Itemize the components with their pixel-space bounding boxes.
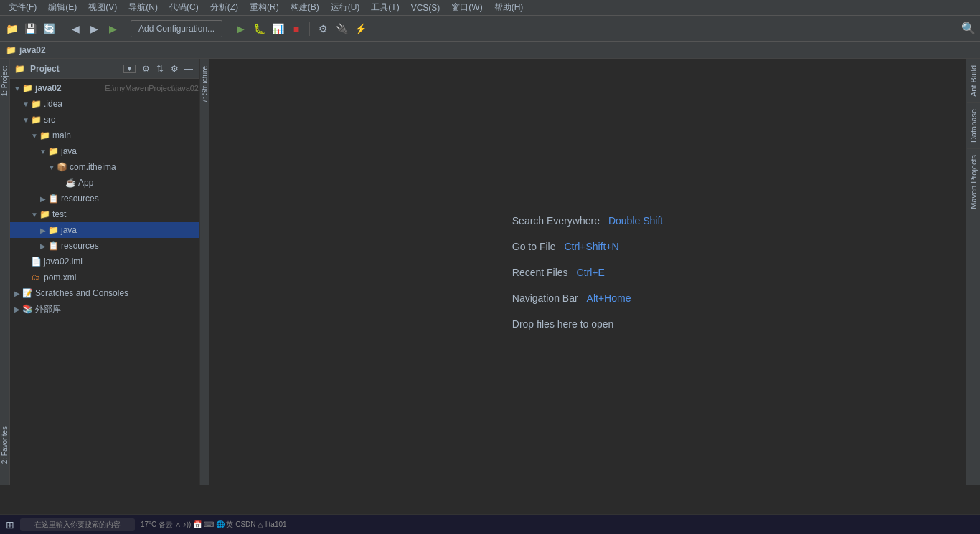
right-panel-tabs: Ant Build Database Maven Projects (966, 59, 980, 485)
menu-analyze[interactable]: 分析(Z) (204, 0, 244, 15)
arrow-resources-test: ▶ (39, 242, 47, 250)
icon-test: 📁 (39, 209, 50, 220)
windows-icon[interactable]: ⊞ (6, 519, 14, 530)
tab-project[interactable]: 1: Project (0, 59, 10, 103)
menu-vcs[interactable]: VCS(S) (405, 1, 446, 14)
icon-main: 📁 (39, 130, 50, 141)
tree-item-java02[interactable]: ▼ 📁 java02 E:\myMavenProject\java02 (10, 80, 199, 96)
arrow-src: ▼ (22, 115, 30, 124)
menu-build[interactable]: 构建(B) (285, 0, 325, 15)
tree-item-com-itheima[interactable]: ▼ 📦 com.itheima (10, 159, 199, 175)
toolbar-ext-btn[interactable]: 🔌 (333, 20, 350, 37)
tab-favorites[interactable]: 2: Favorites (0, 419, 10, 471)
search-bar[interactable]: 在这里输入你要搜索的内容 (20, 518, 135, 531)
toolbar-run-btn[interactable]: ▶ (232, 20, 249, 37)
goto-file-label: Go to File (512, 241, 556, 252)
search-everywhere-row: Search Everywhere Double Shift (512, 215, 663, 227)
label-extlib: 外部库 (35, 303, 199, 315)
toolbar-runner-btn[interactable]: ▶ (104, 20, 121, 37)
toolbar-forward-btn[interactable]: ▶ (85, 20, 103, 37)
tree-item-resources-main[interactable]: ▶ 📋 resources (10, 191, 199, 206)
menu-file[interactable]: 文件(F) (3, 0, 42, 15)
nav-bar-shortcut: Alt+Home (587, 292, 631, 304)
toolbar-settings-btn[interactable]: ⚙ (314, 20, 331, 37)
taskbar-icons: 17°C 备云 ∧ ♪)) 📅 ⌨ 🌐 英 CSDN △ lita101 (141, 520, 287, 530)
icon-pom: 🗂 (30, 272, 42, 283)
menu-bar: 文件(F) 编辑(E) 视图(V) 导航(N) 代码(C) 分析(Z) 重构(R… (0, 0, 980, 16)
label-java02: java02 (35, 83, 102, 93)
path-java02: E:\myMavenProject\java02 (105, 84, 199, 92)
tree-item-app[interactable]: ▶ ☕ App (10, 175, 199, 191)
editor-area: Search Everywhere Double Shift Go to Fil… (209, 59, 966, 485)
menu-run[interactable]: 运行(U) (325, 0, 366, 15)
main-area: 1: Project 2: Favorites 📁 Project ▼ ⚙ ⇅ … (0, 59, 980, 485)
menu-navigate[interactable]: 导航(N) (123, 0, 164, 15)
menu-edit[interactable]: 编辑(E) (42, 0, 83, 15)
tab-ant-build[interactable]: Ant Build (967, 59, 980, 102)
project-header-scroll-icon[interactable]: ⇅ (154, 63, 166, 75)
toolbar-sep1 (62, 22, 62, 36)
menu-view[interactable]: 视图(V) (83, 0, 123, 15)
project-header-minimize-icon[interactable]: — (183, 63, 194, 75)
windows-taskbar: ⊞ 在这里输入你要搜索的内容 17°C 备云 ∧ ♪)) 📅 ⌨ 🌐 英 CSD… (0, 514, 980, 534)
tree-item-main[interactable]: ▼ 📁 main (10, 128, 199, 143)
menu-code[interactable]: 代码(C) (164, 0, 204, 15)
tree-item-java-test[interactable]: ▶ 📁 java (10, 222, 199, 238)
toolbar-back-btn[interactable]: ◀ (67, 20, 84, 37)
menu-refactor[interactable]: 重构(R) (244, 0, 285, 15)
search-everywhere-shortcut: Double Shift (608, 215, 663, 227)
arrow-extlib: ▶ (13, 305, 22, 313)
toolbar-extra-btn[interactable]: ⚡ (352, 20, 369, 37)
tab-maven-projects[interactable]: Maven Projects (967, 148, 980, 215)
tab-structure[interactable]: 7: Structure (199, 59, 210, 110)
label-pom: pom.xml (44, 272, 199, 282)
label-app: App (78, 178, 199, 188)
tree-item-pom[interactable]: ▶ 🗂 pom.xml (10, 270, 199, 285)
label-com-itheima: com.itheima (70, 162, 199, 172)
toolbar-open-btn[interactable]: 📁 (3, 20, 20, 37)
tree-item-src[interactable]: ▼ 📁 src (10, 112, 199, 128)
project-panel-dropdown[interactable]: ▼ (123, 65, 136, 73)
arrow-main: ▼ (30, 131, 39, 140)
icon-com-itheima: 📦 (56, 161, 67, 173)
tree-item-scratches[interactable]: ▶ 📝 Scratches and Consoles (10, 285, 199, 301)
icon-src: 📁 (30, 114, 42, 125)
tree-item-java-main[interactable]: ▼ 📁 java (10, 143, 199, 159)
tree-item-test[interactable]: ▼ 📁 test (10, 206, 199, 222)
search-everywhere-icon[interactable]: 🔍 (960, 20, 977, 37)
nav-bar-label: Navigation Bar (512, 292, 578, 304)
taskbar-content: ⊞ 在这里输入你要搜索的内容 17°C 备云 ∧ ♪)) 📅 ⌨ 🌐 英 CSD… (6, 518, 287, 531)
toolbar-stop-btn[interactable]: ■ (288, 20, 305, 37)
icon-iml: 📄 (30, 256, 42, 267)
arrow-resources-main: ▶ (39, 194, 47, 203)
icon-resources-main: 📋 (47, 193, 59, 204)
tree-item-iml[interactable]: ▶ 📄 java02.iml (10, 254, 199, 270)
project-folder-icon: 📁 (14, 64, 25, 74)
tree-item-resources-test[interactable]: ▶ 📋 resources (10, 238, 199, 254)
toolbar-save-btn[interactable]: 💾 (22, 20, 39, 37)
drop-files-label: Drop files here to open (512, 318, 614, 330)
menu-tools[interactable]: 工具(T) (365, 0, 405, 15)
label-resources-test: resources (61, 241, 199, 251)
menu-window[interactable]: 窗口(W) (446, 0, 488, 15)
toolbar-sep4 (309, 22, 310, 36)
toolbar-sync-btn[interactable]: 🔄 (40, 20, 57, 37)
label-resources-main: resources (61, 194, 199, 204)
welcome-content: Search Everywhere Double Shift Go to Fil… (498, 201, 677, 344)
add-configuration-button[interactable]: Add Configuration... (131, 20, 222, 37)
goto-file-row: Go to File Ctrl+Shift+N (512, 241, 663, 252)
toolbar-debug-btn[interactable]: 🐛 (250, 20, 268, 37)
project-header-gear-icon[interactable]: ⚙ (169, 63, 180, 75)
arrow-java-test: ▶ (39, 226, 47, 234)
breadcrumb-bar: 📁 java02 (0, 42, 980, 59)
tab-database[interactable]: Database (967, 102, 980, 148)
project-header-settings-icon[interactable]: ⚙ (140, 63, 151, 75)
arrow-java02: ▼ (13, 84, 22, 92)
tree-item-extlib[interactable]: ▶ 📚 外部库 (10, 301, 199, 317)
menu-help[interactable]: 帮助(H) (489, 0, 529, 15)
icon-app: ☕ (65, 177, 76, 189)
toolbar-coverage-btn[interactable]: 📊 (269, 20, 286, 37)
project-tree: ▼ 📁 java02 E:\myMavenProject\java02 ▼ 📁 … (10, 79, 199, 485)
tree-item-idea[interactable]: ▼ 📁 .idea (10, 96, 199, 112)
project-panel-title: Project (30, 64, 121, 74)
